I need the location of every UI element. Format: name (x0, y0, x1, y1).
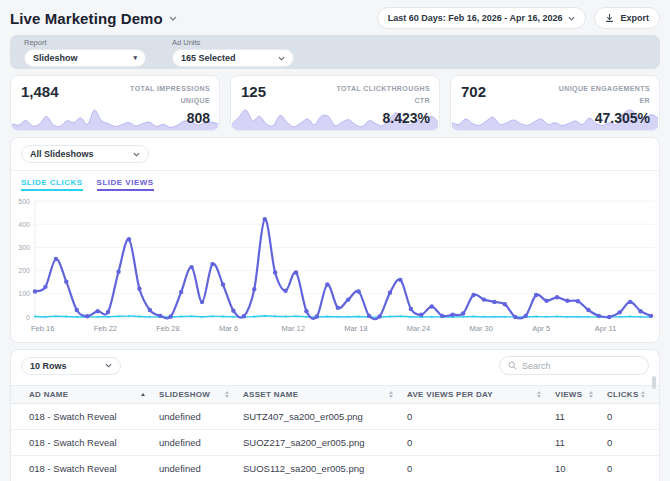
svg-text:Feb 22: Feb 22 (94, 324, 117, 333)
chart-tabs: SLIDE CLICKS SLIDE VIEWS (11, 171, 659, 191)
download-icon (605, 13, 614, 23)
svg-text:300: 300 (18, 244, 30, 251)
kpi-value: 702 (461, 83, 486, 100)
column-header-slideshow[interactable]: SLIDESHOW (159, 390, 243, 399)
sort-icon[interactable] (641, 391, 645, 398)
kpi-sub-label: UNIQUE (180, 97, 210, 104)
search-icon (508, 361, 517, 370)
column-header-asset-name[interactable]: ASSET NAME (243, 390, 407, 399)
search-input[interactable] (522, 361, 640, 371)
report-label: Report (24, 38, 146, 47)
report-select-value: Slideshow (33, 53, 78, 63)
cell-slideshow: undefined (159, 411, 243, 422)
column-header-ad-name[interactable]: AD NAME (29, 390, 159, 399)
kpi-label: TOTAL IMPRESSIONS (130, 85, 210, 92)
ad-units-label: Ad Units (172, 38, 294, 47)
kpi-card-impressions: 1,484 TOTAL IMPRESSIONS UNIQUE 808 (10, 75, 220, 131)
table-row[interactable]: 018 - Swatch Reveal undefined SUOS112_sa… (11, 456, 659, 481)
sort-icon[interactable] (389, 391, 393, 398)
tab-slide-clicks[interactable]: SLIDE CLICKS (21, 178, 83, 191)
cell-clicks: 0 (607, 463, 659, 474)
column-header-ave-views[interactable]: AVE VIEWS PER DAY (407, 390, 555, 399)
rows-per-page-value: 10 Rows (30, 361, 67, 371)
cell-slideshow: undefined (159, 437, 243, 448)
chevron-down-icon (105, 363, 112, 368)
table-card: 10 Rows AD NAME SLIDESHOW ASSET NAME AVE… (10, 349, 660, 481)
page-title: Live Marketing Demo (10, 10, 163, 27)
svg-text:Apr 11: Apr 11 (595, 324, 617, 333)
cell-clicks: 0 (607, 437, 659, 448)
svg-text:200: 200 (18, 267, 30, 274)
report-select[interactable]: Slideshow ▾ (24, 49, 146, 67)
kpi-row: 1,484 TOTAL IMPRESSIONS UNIQUE 808 125 T… (10, 75, 660, 131)
svg-text:Mar 18: Mar 18 (344, 324, 367, 333)
cell-ad-name: 018 - Swatch Reveal (29, 463, 159, 474)
ad-units-select-value: 165 Selected (181, 53, 236, 63)
tab-slide-views[interactable]: SLIDE VIEWS (97, 178, 154, 191)
svg-text:Feb 16: Feb 16 (31, 324, 54, 333)
table-header-row: AD NAME SLIDESHOW ASSET NAME AVE VIEWS P… (11, 385, 659, 404)
cell-asset-name: SUTZ407_sa200_er005.png (243, 411, 407, 422)
chevron-down-icon (278, 56, 285, 61)
svg-text:0: 0 (26, 314, 30, 321)
table-scrollbar[interactable] (652, 376, 656, 389)
cell-ave-views: 0 (407, 411, 555, 422)
cell-ad-name: 018 - Swatch Reveal (29, 411, 159, 422)
svg-text:Mar 24: Mar 24 (407, 324, 430, 333)
chevron-down-icon (133, 152, 140, 157)
svg-text:Feb 28: Feb 28 (156, 324, 179, 333)
svg-text:Mar 30: Mar 30 (470, 324, 493, 333)
cell-slideshow: undefined (159, 463, 243, 474)
slide-views-line-chart: 0100200300400500Feb 16Feb 22Feb 28Mar 6M… (11, 195, 659, 345)
svg-text:100: 100 (18, 290, 30, 297)
svg-text:400: 400 (18, 221, 30, 228)
kpi-sub-value: 47.305% (595, 110, 650, 126)
date-range-selector[interactable]: Last 60 Days: Feb 16, 2026 - Apr 16, 202… (377, 7, 587, 29)
cell-asset-name: SUOZ217_sa200_er005.png (243, 437, 407, 448)
svg-text:500: 500 (18, 198, 30, 205)
cell-ave-views: 0 (407, 463, 555, 474)
table-row[interactable]: 018 - Swatch Reveal undefined SUOZ217_sa… (11, 430, 659, 456)
chevron-down-icon (568, 16, 575, 21)
slideshow-filter-value: All Slideshows (30, 149, 94, 159)
svg-text:Mar 12: Mar 12 (282, 324, 305, 333)
kpi-value: 125 (241, 83, 266, 100)
cell-asset-name: SUOS112_sa200_er005.png (243, 463, 407, 474)
cell-views: 10 (555, 463, 607, 474)
cell-views: 11 (555, 411, 607, 422)
kpi-value: 1,484 (21, 83, 59, 100)
title-chevron-down-icon[interactable] (169, 16, 177, 21)
date-range-label: Last 60 Days: Feb 16, 2026 - Apr 16, 202… (388, 13, 563, 23)
export-label: Export (620, 13, 649, 23)
sort-asc-icon[interactable] (141, 393, 145, 396)
kpi-sub-label: ER (639, 97, 650, 104)
svg-text:Mar 6: Mar 6 (219, 324, 238, 333)
rows-per-page-select[interactable]: 10 Rows (21, 357, 121, 375)
ad-units-select[interactable]: 165 Selected (172, 49, 294, 67)
sort-icon[interactable] (225, 391, 229, 398)
sort-icon[interactable] (537, 391, 541, 398)
slideshow-filter-select[interactable]: All Slideshows (21, 145, 149, 163)
page-header: Live Marketing Demo Last 60 Days: Feb 16… (10, 6, 660, 30)
kpi-card-engagements: 702 UNIQUE ENGAGEMENTS ER 47.305% (450, 75, 660, 131)
filter-bar: Report Slideshow ▾ Ad Units 165 Selected (10, 35, 660, 69)
sort-icon[interactable] (589, 391, 593, 398)
table-search (499, 356, 649, 375)
cell-clicks: 0 (607, 411, 659, 422)
kpi-label: UNIQUE ENGAGEMENTS (559, 85, 650, 92)
chart-card: All Slideshows SLIDE CLICKS SLIDE VIEWS … (10, 137, 660, 343)
cell-ave-views: 0 (407, 437, 555, 448)
kpi-label: TOTAL CLICKTHROUGHS (336, 85, 430, 92)
kpi-sub-value: 808 (187, 110, 210, 126)
cell-ad-name: 018 - Swatch Reveal (29, 437, 159, 448)
kpi-card-clickthroughs: 125 TOTAL CLICKTHROUGHS CTR 8.423% (230, 75, 440, 131)
cell-views: 11 (555, 437, 607, 448)
table-row[interactable]: 018 - Swatch Reveal undefined SUTZ407_sa… (11, 404, 659, 430)
svg-text:Apr 5: Apr 5 (532, 324, 550, 333)
kpi-sub-label: CTR (414, 97, 430, 104)
triangle-down-icon: ▾ (133, 54, 137, 62)
kpi-sub-value: 8.423% (383, 110, 430, 126)
column-header-clicks[interactable]: CLICKS (607, 390, 659, 399)
column-header-views[interactable]: VIEWS (555, 390, 607, 399)
export-button[interactable]: Export (594, 7, 660, 29)
